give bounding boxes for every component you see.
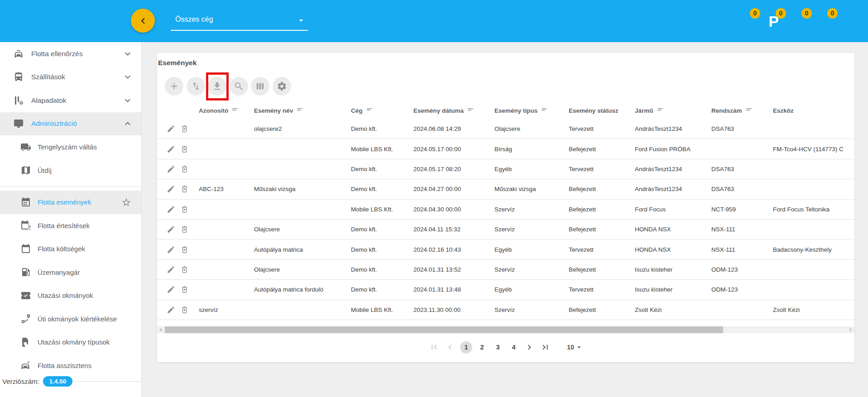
- download-button[interactable]: [208, 77, 226, 96]
- company-select[interactable]: Összes cég: [171, 13, 308, 31]
- column-header-j-rm-[interactable]: Jármű: [635, 107, 711, 115]
- edit-icon[interactable]: [167, 145, 175, 153]
- column-header-rendsz-m[interactable]: Rendszám: [711, 107, 773, 115]
- sidebar-item-flotta-esem-nyek[interactable]: Flotta események: [0, 191, 141, 214]
- columns-button[interactable]: [251, 77, 269, 96]
- table-cell: Isuzu kisteher: [635, 286, 711, 293]
- delete-icon[interactable]: [180, 285, 189, 294]
- counter-badge: 0: [801, 8, 812, 19]
- edit-icon[interactable]: [167, 225, 175, 234]
- column-header-esem-ny-d-tuma[interactable]: Esemény dátuma: [413, 107, 494, 115]
- previous-page-button[interactable]: [444, 341, 456, 354]
- ticket-check-icon: [20, 290, 31, 301]
- delete-icon[interactable]: [180, 185, 189, 193]
- edit-icon[interactable]: [167, 124, 175, 133]
- table-cell: Ford Focus Teltonika: [773, 206, 854, 213]
- table-row: Autópálya matrica fordulóDemo kft.2024.0…: [157, 280, 854, 300]
- column-label: Esemény név: [254, 107, 293, 114]
- sidebar-item--td-j[interactable]: Útdíj: [0, 159, 141, 182]
- table-header-row: AzonosítóEsemény névCégEsemény dátumaEse…: [157, 102, 854, 119]
- table-cell: Isuzu kisteher: [635, 266, 711, 273]
- edit-icon[interactable]: [167, 285, 175, 294]
- sidebar-item-utaz-si-okm-ny-t-pusok[interactable]: Utazási okmány típusok: [0, 330, 141, 354]
- sidebar-item-flotta-k-lts-gek[interactable]: $Flotta költségek: [0, 237, 141, 261]
- favorite-star-icon[interactable]: [121, 197, 131, 207]
- page-size-select[interactable]: 10: [567, 343, 583, 351]
- delete-icon[interactable]: [180, 145, 189, 153]
- sidebar-item--ti-okm-nyok-ki-rt-kel-se[interactable]: Úti okmányok kiértékelése: [0, 307, 141, 331]
- horizontal-scrollbar[interactable]: [157, 326, 854, 333]
- page-button-3[interactable]: 3: [492, 341, 504, 354]
- sidebar-item-alapadatok[interactable]: Alapadatok: [0, 89, 141, 112]
- chevron-down-icon: [122, 48, 133, 59]
- sidebar-item-label: Alapadatok: [31, 96, 67, 105]
- sidebar-item-flotta-ellen-rz-s[interactable]: Flotta ellenőrzés: [0, 42, 141, 66]
- delete-icon[interactable]: [180, 306, 189, 314]
- sort-filter-icon: [232, 107, 240, 115]
- sort-filter-icon: [657, 107, 665, 115]
- page-button-4[interactable]: 4: [508, 341, 520, 354]
- sidebar-item-label: Flotta asszisztens: [38, 362, 91, 369]
- page-button-2[interactable]: 2: [476, 341, 488, 354]
- collapse-sidebar-button[interactable]: [131, 9, 155, 33]
- messages-button[interactable]: 0: [817, 11, 834, 31]
- first-page-button[interactable]: [428, 341, 441, 354]
- column-header-esem-ny-t-pus[interactable]: Esemény típus: [494, 107, 569, 115]
- sidebar-item-label: Tengelyszám váltás: [38, 143, 97, 151]
- sort-button[interactable]: [187, 77, 205, 96]
- first-page-button-icon: [429, 342, 439, 352]
- next-page-button[interactable]: [523, 341, 536, 354]
- notifications-button[interactable]: 0: [791, 11, 808, 31]
- delete-icon[interactable]: [180, 265, 189, 274]
- help-button[interactable]: [714, 11, 730, 31]
- last-page-button[interactable]: [539, 341, 551, 354]
- page-button-1[interactable]: 1: [460, 341, 472, 354]
- sidebar-item--zemanyag-r[interactable]: Üzemanyagár: [0, 261, 141, 284]
- delete-icon[interactable]: [180, 245, 189, 254]
- settings-button[interactable]: [273, 77, 291, 96]
- table-cell: 2024.02.16 10:43: [413, 246, 494, 253]
- scroll-left-arrow[interactable]: [158, 326, 164, 333]
- parking-button[interactable]: P0: [765, 11, 782, 31]
- delete-icon[interactable]: [180, 124, 189, 133]
- column-header-esem-ny-n-v[interactable]: Esemény név: [254, 107, 351, 115]
- page-title: Események: [158, 59, 197, 67]
- sidebar-item-sz-ll-t-sok[interactable]: Szállítások: [0, 66, 141, 89]
- headset-button[interactable]: [843, 11, 859, 31]
- delete-icon[interactable]: [180, 165, 189, 173]
- delete-icon[interactable]: [180, 205, 189, 214]
- add-button[interactable]: [165, 77, 183, 96]
- scrollbar-thumb[interactable]: [165, 326, 723, 333]
- edit-icon[interactable]: [167, 245, 175, 254]
- edit-icon[interactable]: [167, 306, 175, 314]
- piggy-bank-button[interactable]: [662, 11, 679, 31]
- document-sync-button[interactable]: 0: [739, 11, 756, 31]
- delete-icon[interactable]: [180, 225, 189, 234]
- table-cell: Befejezett: [569, 266, 635, 273]
- column-header-azonos-t-[interactable]: Azonosító: [199, 107, 254, 115]
- calendar-icon: [20, 197, 31, 208]
- headset-icon: [844, 14, 859, 29]
- sidebar-item-flotta-rtes-t-sek[interactable]: Flotta értesítések: [0, 214, 141, 238]
- edit-icon[interactable]: [167, 205, 175, 214]
- counter-badge: 0: [750, 8, 760, 19]
- calendar-alert-icon: [20, 220, 31, 231]
- fuel-icon: [20, 267, 31, 277]
- sidebar-item-label: Utazási okmányok: [38, 292, 93, 299]
- table-cell: Műszaki vizsga: [254, 186, 351, 192]
- edit-icon[interactable]: [167, 265, 175, 274]
- monitor-icon: [13, 118, 24, 129]
- scroll-right-arrow[interactable]: [847, 326, 854, 333]
- table-row: ABC-123Műszaki vizsgaDemo kft.2024.04.27…: [157, 179, 854, 199]
- ticket-check-icon: [20, 290, 31, 301]
- sort-filter-icon: [746, 107, 753, 115]
- sidebar-item-adminisztr-ci-[interactable]: Adminisztráció: [0, 112, 141, 136]
- help-icon: [715, 14, 730, 29]
- search-button[interactable]: [230, 77, 248, 96]
- dashboard-button[interactable]: [688, 11, 705, 31]
- column-header-c-g[interactable]: Cég: [351, 107, 413, 115]
- sidebar-item-tengelysz-m-v-lt-s[interactable]: Tengelyszám váltás: [0, 135, 141, 159]
- edit-icon[interactable]: [167, 185, 175, 193]
- sidebar-item-utaz-si-okm-nyok[interactable]: Utazási okmányok: [0, 284, 141, 307]
- edit-icon[interactable]: [167, 165, 175, 173]
